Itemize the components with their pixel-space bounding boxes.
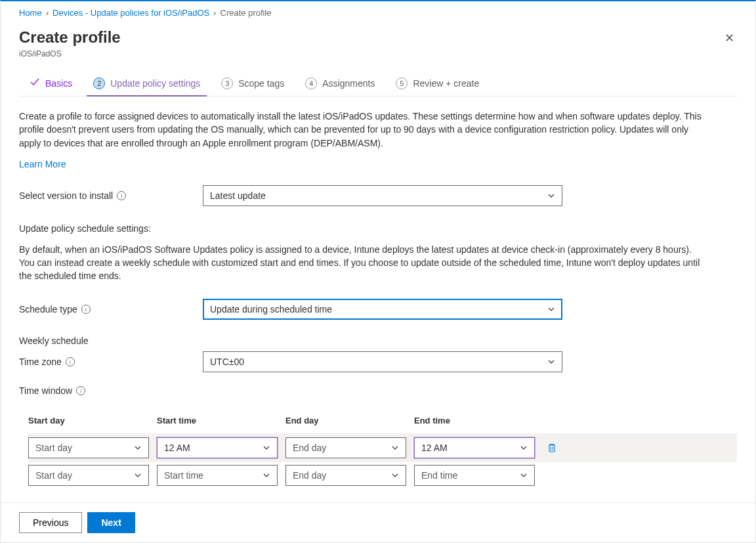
start-day-select[interactable]: Start day	[28, 465, 149, 486]
breadcrumb-current: Create profile	[220, 8, 272, 18]
tab-label: Update policy settings	[110, 78, 200, 89]
close-icon[interactable]: ✕	[722, 28, 737, 48]
select-value: Start day	[35, 470, 72, 481]
chevron-down-icon	[520, 444, 528, 452]
learn-more-link[interactable]: Learn More	[19, 159, 66, 169]
step-number-icon: 3	[221, 77, 233, 89]
select-value: 12 AM	[421, 443, 448, 453]
select-value: Start time	[164, 470, 203, 481]
end-day-select[interactable]: End day	[285, 465, 406, 486]
tab-label: Review + create	[413, 78, 479, 89]
step-number-icon: 2	[93, 77, 105, 89]
wizard-tabs: Basics 2 Update policy settings 3 Scope …	[19, 70, 737, 97]
trash-icon	[547, 443, 557, 453]
col-start-day: Start day	[28, 416, 153, 425]
step-number-icon: 4	[305, 77, 317, 89]
chevron-down-icon	[262, 444, 270, 452]
chevron-down-icon	[547, 192, 555, 200]
select-value: Latest update	[210, 190, 266, 201]
chevron-down-icon	[520, 471, 528, 479]
timezone-select[interactable]: UTC±00	[203, 351, 562, 372]
start-day-select[interactable]: Start day	[28, 437, 149, 458]
tab-basics[interactable]: Basics	[28, 70, 74, 96]
breadcrumb-devices[interactable]: Devices - Update policies for iOS/iPadOS	[52, 8, 209, 18]
chevron-down-icon	[134, 471, 142, 479]
version-select[interactable]: Latest update	[203, 185, 562, 206]
select-value: UTC±00	[210, 357, 244, 367]
end-time-select[interactable]: 12 AM	[414, 437, 535, 458]
start-time-select[interactable]: 12 AM	[157, 437, 278, 458]
info-icon[interactable]: i	[66, 357, 75, 366]
info-icon[interactable]: i	[76, 386, 85, 395]
start-time-select[interactable]: Start time	[157, 465, 278, 486]
breadcrumb-home[interactable]: Home	[19, 8, 42, 18]
step-number-icon: 5	[396, 77, 408, 89]
col-start-time: Start time	[157, 416, 282, 425]
timewindow-label: Time window	[19, 385, 72, 396]
page-subtitle: iOS/iPadOS	[1, 49, 755, 70]
chevron-down-icon	[391, 471, 399, 479]
select-value: Update during scheduled time	[210, 304, 332, 315]
info-icon[interactable]: i	[117, 191, 126, 200]
end-day-select[interactable]: End day	[285, 437, 406, 458]
table-row: Start day Start time End day End time	[28, 462, 737, 489]
next-button[interactable]: Next	[87, 512, 135, 533]
chevron-down-icon	[134, 444, 142, 452]
end-time-select[interactable]: End time	[414, 465, 535, 486]
tab-scope-tags[interactable]: 3 Scope tags	[220, 71, 285, 96]
description-text: Create a profile to force assigned devic…	[19, 110, 702, 150]
tab-label: Scope tags	[238, 78, 284, 89]
chevron-down-icon	[547, 305, 555, 313]
page-title: Create profile	[19, 28, 121, 47]
select-value: End time	[421, 470, 457, 481]
tab-label: Basics	[45, 78, 72, 89]
footer: Previous Next	[1, 502, 755, 542]
breadcrumb: Home › Devices - Update policies for iOS…	[1, 1, 755, 24]
previous-button[interactable]: Previous	[19, 512, 82, 533]
info-icon[interactable]: i	[81, 305, 91, 314]
chevron-right-icon: ›	[213, 8, 216, 18]
weekly-schedule-heading: Weekly schedule	[19, 336, 737, 346]
chevron-down-icon	[547, 358, 555, 366]
select-value: End day	[293, 443, 326, 453]
schedule-heading: Update policy schedule settings:	[19, 223, 737, 234]
schedule-description: By default, when an iOS/iPadOS Software …	[19, 243, 702, 283]
col-end-time: End time	[414, 416, 539, 425]
tab-update-policy-settings[interactable]: 2 Update policy settings	[92, 71, 201, 96]
select-value: Start day	[35, 443, 72, 453]
chevron-down-icon	[391, 444, 399, 452]
table-row: Start day 12 AM End day 12 AM	[28, 433, 737, 462]
select-value: 12 AM	[164, 443, 190, 453]
time-window-table: Start day Start time End day End time St…	[19, 416, 737, 489]
check-icon	[30, 77, 40, 89]
schedule-type-label: Schedule type	[19, 304, 77, 315]
tab-assignments[interactable]: 4 Assignments	[304, 71, 376, 96]
timezone-label: Time zone	[19, 357, 62, 367]
version-label: Select version to install	[19, 190, 113, 201]
tab-review-create[interactable]: 5 Review + create	[394, 71, 480, 96]
col-end-day: End day	[285, 416, 410, 425]
select-value: End day	[293, 470, 326, 481]
chevron-right-icon: ›	[46, 8, 49, 18]
chevron-down-icon	[262, 471, 270, 479]
schedule-type-select[interactable]: Update during scheduled time	[203, 299, 562, 320]
delete-row-button[interactable]	[543, 443, 561, 453]
tab-label: Assignments	[322, 78, 375, 89]
